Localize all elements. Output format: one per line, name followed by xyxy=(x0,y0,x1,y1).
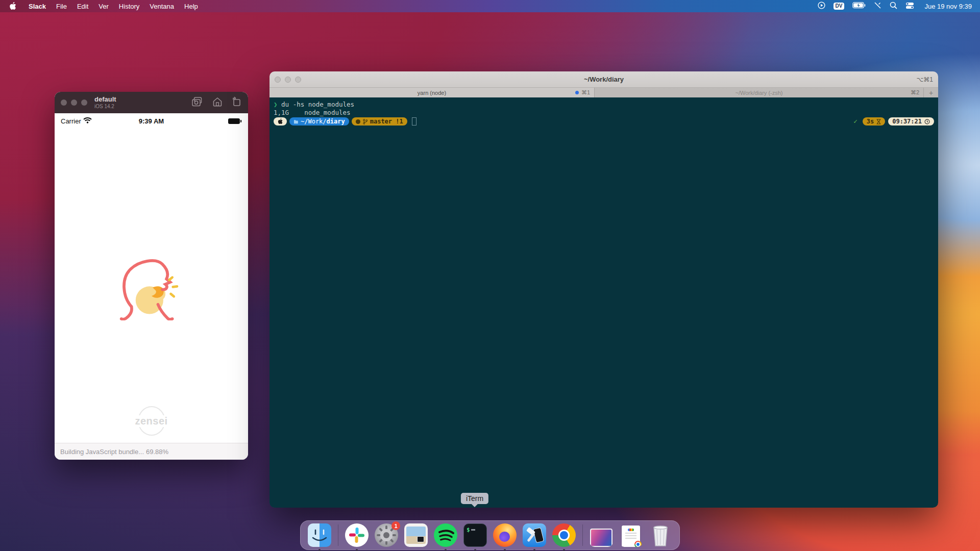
running-indicator xyxy=(533,549,535,551)
ios-clock: 9:39 AM xyxy=(139,117,164,125)
dock-item-iterm[interactable]: $ xyxy=(463,523,487,547)
new-tab-button[interactable]: + xyxy=(924,88,938,97)
tab-bar: yarn (node) ⌘1 ~/Work/diary (-zsh) ⌘2 + xyxy=(270,88,938,97)
spotlight-search-icon[interactable] xyxy=(890,2,897,11)
notification-badge: 1 xyxy=(391,521,400,530)
dock: 1 $ xyxy=(300,520,680,550)
now-playing-icon[interactable] xyxy=(818,2,825,11)
apple-menu-icon[interactable] xyxy=(9,2,16,10)
pen-slash-icon[interactable] xyxy=(874,2,881,11)
dock-item-trash[interactable] xyxy=(649,523,672,547)
iterm-titlebar[interactable]: ~/Work/diary ⌥⌘1 xyxy=(270,71,938,88)
dock-separator xyxy=(582,524,583,546)
dock-item-chrome[interactable] xyxy=(552,523,576,547)
menu-item-history[interactable]: History xyxy=(114,3,144,10)
running-indicator xyxy=(563,549,565,551)
carrier-label: Carrier xyxy=(61,117,81,125)
document-file-icon xyxy=(619,523,643,547)
github-icon xyxy=(356,119,360,124)
coughing-person-illustration xyxy=(119,257,183,322)
command-output: 1,1G node_modules xyxy=(274,109,934,117)
bundle-progress-bar: Building JavaScript bundle... 69.88% xyxy=(55,443,248,460)
path-prefix: ~/Work/ xyxy=(301,118,327,125)
minimize-button[interactable] xyxy=(71,99,77,106)
tab-shortcut: ⌘1 xyxy=(581,89,590,96)
menu-item-edit[interactable]: Edit xyxy=(72,3,93,10)
xcode-simulator-icon xyxy=(523,523,546,547)
path-current-dir: diary xyxy=(327,118,345,125)
zensei-logo-text: zensei xyxy=(134,415,168,427)
menu-item-help[interactable]: Help xyxy=(179,3,203,10)
tab-work-diary-zsh[interactable]: ~/Work/diary (-zsh) ⌘2 xyxy=(595,88,924,97)
running-indicator xyxy=(356,549,358,551)
dock-item-slack[interactable] xyxy=(345,523,369,547)
battery-charging-icon[interactable] xyxy=(852,2,866,10)
terminal-content[interactable]: ❯ du -hs node_modules 1,1G node_modules … xyxy=(270,97,938,508)
exit-status-check: ✓ xyxy=(853,117,857,126)
dock-tooltip: iTerm xyxy=(461,493,488,504)
window-title: ~/Work/diary xyxy=(584,76,624,83)
screenshot-icon[interactable] xyxy=(192,97,203,109)
menu-item-file[interactable]: File xyxy=(51,3,72,10)
simulator-title: default xyxy=(94,96,116,104)
git-branch-status: master !1 xyxy=(370,117,403,126)
dock-separator xyxy=(338,524,338,546)
iterm-icon: $ xyxy=(463,523,487,547)
dock-item-document[interactable] xyxy=(619,523,643,547)
command-duration-segment: 3s xyxy=(863,117,885,126)
slack-icon xyxy=(345,523,369,547)
tab-yarn-node[interactable]: yarn (node) ⌘1 xyxy=(270,88,595,97)
simulator-traffic-lights[interactable] xyxy=(61,99,87,106)
tab-label[interactable]: yarn (node) xyxy=(418,90,446,96)
menu-bar: Slack File Edit Ver History Ventana Help… xyxy=(0,0,980,12)
tab-label[interactable]: ~/Work/diary (-zsh) xyxy=(735,90,782,96)
minimize-button[interactable] xyxy=(285,77,291,83)
home-icon[interactable] xyxy=(212,97,223,109)
dock-item-finder[interactable] xyxy=(308,523,331,547)
zoom-button[interactable] xyxy=(295,77,301,83)
iterm-traffic-lights[interactable] xyxy=(275,77,301,83)
dock-item-photos[interactable] xyxy=(404,523,428,547)
dock-item-spotify[interactable] xyxy=(434,523,457,547)
folder-icon xyxy=(293,119,298,124)
prompt-char: ❯ xyxy=(274,101,278,108)
zoom-button[interactable] xyxy=(81,99,87,106)
close-button[interactable] xyxy=(61,99,67,106)
menu-item-app[interactable]: Slack xyxy=(23,3,51,10)
apple-icon xyxy=(278,118,283,124)
control-center-icon[interactable] xyxy=(905,2,914,11)
spotify-icon xyxy=(434,523,457,547)
dock-item-system-preferences[interactable]: 1 xyxy=(375,523,398,547)
trash-icon xyxy=(649,523,672,547)
running-indicator xyxy=(318,549,321,551)
dv-status-badge[interactable]: DV xyxy=(834,3,845,10)
terminal-cursor xyxy=(412,117,416,126)
rotate-device-icon[interactable] xyxy=(232,96,242,109)
dock-item-xcode-simulator[interactable] xyxy=(523,523,546,547)
dock-item-firefox[interactable] xyxy=(493,523,517,547)
menubar-clock[interactable]: Jue 19 nov 9:39 xyxy=(924,3,972,10)
ios-status-bar: Carrier 9:39 AM xyxy=(55,113,248,129)
tab-activity-indicator xyxy=(575,91,579,94)
menu-item-ver[interactable]: Ver xyxy=(93,3,114,10)
chrome-icon xyxy=(552,523,576,547)
photo-thumbnail xyxy=(406,527,426,544)
clock-segment: 09:37:21 xyxy=(888,117,934,126)
dock-item-downloads[interactable] xyxy=(590,523,613,547)
simulator-os-version: iOS 14.2 xyxy=(94,104,116,110)
close-button[interactable] xyxy=(275,77,281,83)
menu-item-ventana[interactable]: Ventana xyxy=(144,3,179,10)
hourglass-icon xyxy=(876,119,881,124)
simulator-titlebar[interactable]: default iOS 14.2 xyxy=(55,92,248,113)
window-shortcut: ⌥⌘1 xyxy=(916,76,933,83)
duration-value: 3s xyxy=(867,117,874,126)
running-indicator xyxy=(504,549,506,551)
command-text: du -hs node_modules xyxy=(281,101,354,108)
tab-shortcut: ⌘2 xyxy=(911,89,919,96)
iterm-window: ~/Work/diary ⌥⌘1 yarn (node) ⌘1 ~/Work/d… xyxy=(270,71,938,508)
prompt-git-segment: master !1 xyxy=(352,117,407,126)
bundle-progress-percent: 69.88% xyxy=(146,448,168,456)
clock-icon xyxy=(924,119,930,124)
prompt-path-segment: ~/Work/diary xyxy=(289,117,349,126)
bundle-status-text: Building JavaScript bundle... xyxy=(60,448,144,456)
